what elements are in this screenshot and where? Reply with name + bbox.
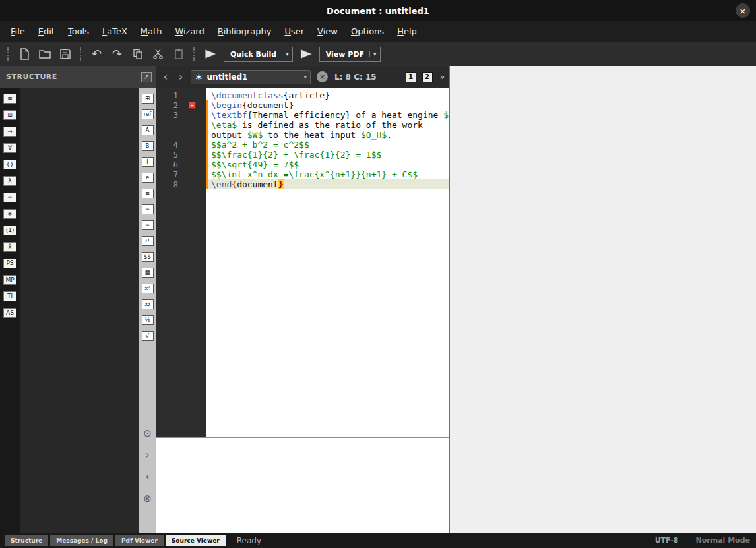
code-line[interactable]: \documentclass{article} <box>206 90 449 100</box>
align-left-icon[interactable]: ≡ <box>142 189 154 198</box>
code-segment: output <box>211 130 247 140</box>
editor-view-button-2[interactable]: 2 <box>422 72 433 82</box>
italic-icon[interactable]: i <box>142 157 154 167</box>
relations-tab[interactable]: ⊞ <box>3 110 16 120</box>
code-line[interactable]: \end{document} <box>206 179 449 189</box>
copy-button[interactable] <box>129 46 146 63</box>
toolbar-overflow-icon[interactable]: » <box>440 73 445 82</box>
most-used-symbols-tab[interactable]: ≡ <box>3 94 16 104</box>
code-line[interactable]: \begin{document} <box>206 100 449 110</box>
newline-icon[interactable]: ↵ <box>142 236 154 246</box>
code-segment: $Q_H$ <box>361 130 387 140</box>
code-segment: $$\int x^n dx =\frac{x^{n+1}}{n+1} + C$$ <box>211 169 418 179</box>
structure-tree <box>20 88 139 533</box>
gutter-row: 2- <box>156 100 206 110</box>
fold-collapse-icon[interactable]: - <box>189 102 196 109</box>
menu-wizard[interactable]: Wizard <box>168 23 210 40</box>
code-line[interactable]: $$\frac{1}{2} + \frac{1}{2} = 1$$ <box>206 150 449 160</box>
asymptote-tab[interactable]: AS <box>3 308 16 318</box>
pstricks-tab[interactable]: PS <box>3 259 16 268</box>
editor-view-button-1[interactable]: 1 <box>406 72 416 82</box>
menu-user[interactable]: User <box>278 23 311 40</box>
metapost-tab[interactable]: MP <box>3 275 16 285</box>
menu-latex[interactable]: LaTeX <box>96 23 134 40</box>
misc-symbols-tab[interactable]: ∀ <box>3 143 16 153</box>
quick-build-run-button[interactable] <box>203 48 218 60</box>
tabular-icon[interactable]: ⊞ <box>142 94 154 104</box>
tab-dropdown-icon[interactable]: ▾ <box>299 74 307 80</box>
statusbar-structure-button[interactable]: Structure <box>5 535 48 546</box>
matrix-icon[interactable]: ▦ <box>142 268 154 278</box>
menu-file[interactable]: File <box>4 23 32 40</box>
document-tab-label: untitled1 <box>207 73 248 82</box>
code-segment: is defined as the ratio of the work <box>237 120 423 130</box>
code-line[interactable]: $$a^2 + b^2 = c^2$$ <box>206 140 449 150</box>
fraction-icon[interactable]: ½ <box>142 315 154 325</box>
menu-edit[interactable]: Edit <box>32 23 61 40</box>
stop-icon[interactable]: ⊗ <box>143 494 152 504</box>
subscript-icon[interactable]: x₂ <box>142 299 154 309</box>
code-editor[interactable]: \documentclass{article}\begin{document}\… <box>206 88 449 437</box>
encoding-indicator: UTF-8 <box>655 536 679 545</box>
arrows-tab[interactable]: ⇒ <box>3 127 16 137</box>
menu-options[interactable]: Options <box>344 23 391 40</box>
open-file-button[interactable] <box>36 46 53 63</box>
save-button[interactable] <box>56 46 74 63</box>
label-icon[interactable]: A <box>142 125 154 135</box>
code-line[interactable]: \textbf{Thermal efficiency} of a heat en… <box>206 110 449 120</box>
delimiters-tab[interactable]: {} <box>3 160 16 169</box>
code-line[interactable]: \eta$ is defined as the ratio of the wor… <box>206 120 449 130</box>
main-area: STRUCTURE ↗ ≡⊞⇒∀{}λ∞∗(1)x̂PSMPTIAS ⊞refA… <box>0 66 756 533</box>
close-document-icon[interactable]: × <box>317 71 328 82</box>
view-pdf-dropdown[interactable]: View PDF ▾ <box>319 47 381 62</box>
editor-view-buttons: 12 <box>400 72 433 82</box>
structure-panel-body: ≡⊞⇒∀{}λ∞∗(1)x̂PSMPTIAS ⊞refABie≡≡≡↵$$▦x²… <box>0 88 156 533</box>
symbol-tab-strip: ≡⊞⇒∀{}λ∞∗(1)x̂PSMPTIAS <box>0 88 20 533</box>
accents-tab[interactable]: x̂ <box>3 242 16 252</box>
ref-icon[interactable]: ref <box>142 109 154 119</box>
statusbar-messages-log-button[interactable]: Messages / Log <box>50 535 113 546</box>
detach-panel-icon[interactable]: ↗ <box>141 72 152 82</box>
special-symbols-tab[interactable]: ∗ <box>3 209 16 219</box>
view-pdf-run-button[interactable] <box>298 48 314 60</box>
display-math-icon[interactable]: $$ <box>142 252 154 262</box>
numbering-tab[interactable]: (1) <box>3 226 16 235</box>
code-line[interactable]: output $W$ to the heat input $Q_H$. <box>206 130 449 140</box>
redo-button[interactable]: ↷ <box>108 46 126 63</box>
code-line[interactable]: $$\sqrt{49} = 7$$ <box>206 160 449 169</box>
prev-icon[interactable]: ‹ <box>146 472 150 482</box>
nav-back-icon[interactable]: ‹ <box>160 71 171 83</box>
statusbar-pdf-viewer-button[interactable]: Pdf Viewer <box>115 535 164 546</box>
undo-button[interactable]: ↶ <box>88 46 106 63</box>
sqrt-icon[interactable]: √ <box>142 331 154 341</box>
window-close-button[interactable]: × <box>736 3 750 18</box>
emph-icon[interactable]: e <box>142 173 154 183</box>
line-number: 2 <box>156 101 178 110</box>
new-document-button[interactable] <box>15 46 33 63</box>
superscript-icon[interactable]: x² <box>142 284 154 293</box>
document-tab[interactable]: ∗ untitled1 ▾ <box>191 70 311 84</box>
tikz-tab[interactable]: TI <box>3 291 16 301</box>
menu-tools[interactable]: Tools <box>61 23 96 40</box>
quick-build-dropdown[interactable]: Quick Build ▾ <box>224 47 293 62</box>
menu-math[interactable]: Math <box>134 23 169 40</box>
paste-button[interactable] <box>170 46 187 63</box>
code-line[interactable]: $$\int x^n dx =\frac{x^{n+1}}{n+1} + C$$ <box>206 169 449 179</box>
menu-view[interactable]: View <box>311 23 344 40</box>
fold-block-indicator <box>206 100 208 189</box>
cut-button[interactable] <box>149 46 167 63</box>
eye-icon[interactable]: ⊙ <box>143 429 152 439</box>
statusbar-source-viewer-button[interactable]: Source Viewer <box>166 535 226 546</box>
align-right-icon[interactable]: ≡ <box>142 220 154 230</box>
misc-math-tab[interactable]: ∞ <box>3 193 16 202</box>
greek-letters-tab[interactable]: λ <box>3 176 16 186</box>
modified-star-icon: ∗ <box>195 71 203 83</box>
menu-help[interactable]: Help <box>391 23 424 40</box>
next-icon[interactable]: › <box>146 450 150 460</box>
bold-icon[interactable]: B <box>142 141 154 151</box>
align-center-icon[interactable]: ≡ <box>142 204 154 214</box>
menu-bibliography[interactable]: Bibliography <box>211 23 278 40</box>
toolbar-grip <box>193 47 195 61</box>
nav-forward-icon[interactable]: › <box>175 71 186 83</box>
title-bar: Document : untitled1 × <box>0 0 756 21</box>
